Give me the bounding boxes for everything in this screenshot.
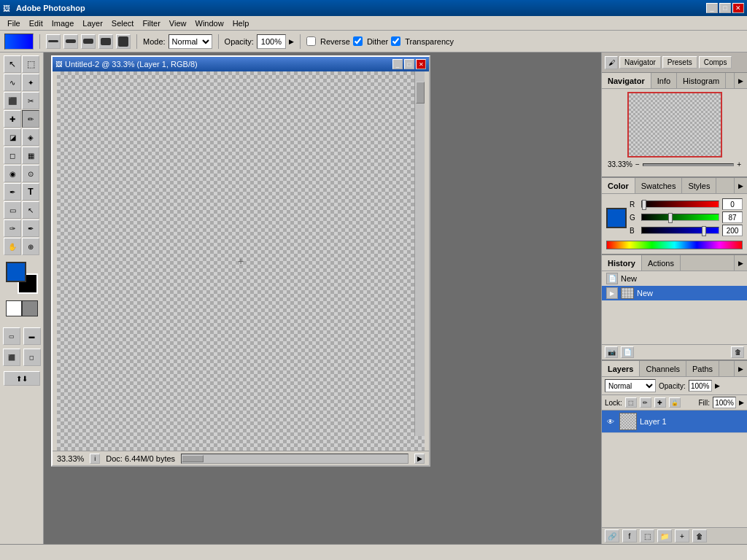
mode-select[interactable]: Normal Multiply Screen — [169, 34, 212, 49]
transparency-checkbox[interactable] — [391, 36, 400, 46]
extra-btn-2[interactable]: ◻ — [23, 349, 41, 366]
new-layer-btn[interactable]: + — [675, 529, 689, 542]
styles-tab[interactable]: Styles — [682, 178, 716, 193]
opacity-dropdown-arrow[interactable]: ▶ — [715, 382, 720, 389]
brush-tool[interactable]: ✏ — [22, 110, 39, 128]
lock-transparent-btn[interactable]: ⬚ — [625, 397, 637, 408]
actions-tab[interactable]: Actions — [642, 255, 681, 271]
r-value-input[interactable] — [722, 198, 743, 210]
brush-preset-5[interactable] — [116, 34, 131, 49]
layer-mask-btn[interactable]: ⬚ — [640, 529, 654, 542]
eyedropper-tool[interactable]: ✒ — [22, 219, 39, 237]
info-tab[interactable]: Info — [651, 73, 677, 88]
layer-item-1[interactable]: 👁 Layer 1 — [602, 411, 747, 433]
extra-btn-1[interactable]: ⬛ — [3, 349, 20, 366]
foreground-color-btn[interactable] — [606, 208, 627, 228]
create-snapshot-btn[interactable]: 📷 — [605, 346, 618, 358]
canvas-scrollbar-v[interactable] — [414, 71, 425, 436]
brush-preset-2[interactable] — [63, 34, 78, 49]
minimize-button[interactable]: _ — [706, 3, 718, 13]
vscroll-thumb[interactable] — [416, 82, 425, 104]
opacity-input[interactable] — [257, 34, 286, 49]
layer-visibility-btn[interactable]: 👁 — [605, 416, 616, 427]
link-layers-btn[interactable]: 🔗 — [605, 529, 619, 542]
layer-style-btn[interactable]: f — [622, 529, 637, 542]
reverse-checkbox[interactable] — [306, 36, 316, 46]
brushes-tab[interactable]: Navigator — [619, 56, 661, 69]
color-spectrum[interactable] — [606, 241, 743, 249]
menu-file[interactable]: File — [3, 18, 25, 29]
menu-image[interactable]: Image — [47, 18, 79, 29]
quick-mask-btn[interactable] — [22, 300, 38, 316]
magic-wand-tool[interactable]: ✦ — [22, 74, 39, 91]
gradient-tool[interactable]: ▦ — [22, 147, 39, 164]
lock-all-btn[interactable]: 🔒 — [669, 397, 681, 408]
menu-filter[interactable]: Filter — [138, 18, 164, 29]
menu-window[interactable]: Window — [191, 18, 228, 29]
history-item-1[interactable]: 📄 New — [602, 271, 747, 286]
path-select-tool[interactable]: ↖ — [22, 201, 39, 219]
navigator-tab[interactable]: Navigator — [602, 73, 651, 88]
color-tab[interactable]: Color — [602, 178, 635, 193]
menu-layer[interactable]: Layer — [78, 18, 107, 29]
zoom-slider[interactable] — [643, 163, 734, 166]
paths-tab[interactable]: Paths — [686, 361, 719, 376]
stamp-tool[interactable]: ◪ — [4, 128, 21, 146]
zoom-tool[interactable]: ⊕ — [22, 238, 39, 255]
create-doc-btn[interactable]: 📄 — [621, 346, 634, 358]
history-item-2[interactable]: ▶ New — [602, 286, 747, 300]
smudge-tool[interactable]: ⊙ — [22, 165, 39, 182]
menu-edit[interactable]: Edit — [25, 18, 47, 29]
move-tool[interactable]: ↖ — [4, 55, 21, 73]
history-tab[interactable]: History — [602, 255, 642, 271]
marquee-tool[interactable]: ⬚ — [22, 55, 39, 73]
layers-opacity-input[interactable] — [689, 380, 712, 392]
dither-checkbox[interactable] — [353, 36, 363, 46]
lasso-tool[interactable]: ∿ — [4, 74, 21, 91]
fill-dropdown-arrow[interactable]: ▶ — [739, 399, 744, 406]
r-slider[interactable] — [641, 201, 719, 208]
hscroll-right-btn[interactable]: ▶ — [414, 454, 425, 464]
standard-mode-btn[interactable] — [6, 300, 22, 316]
swatches-tab[interactable]: Swatches — [635, 178, 683, 193]
menu-select[interactable]: Select — [107, 18, 139, 29]
g-value-input[interactable] — [722, 211, 743, 223]
hand-tool[interactable]: ✋ — [4, 238, 21, 255]
layers-menu-btn[interactable]: ▶ — [734, 361, 747, 376]
jump-to-imagedy-btn[interactable]: ⬆⬇ — [4, 371, 40, 386]
maximize-button[interactable]: □ — [719, 3, 731, 13]
shape-tool[interactable]: ▭ — [4, 201, 21, 219]
delete-layer-btn[interactable]: 🗑 — [692, 529, 707, 542]
dodge-tool[interactable]: ◉ — [4, 165, 21, 182]
g-slider[interactable] — [641, 214, 719, 221]
heal-tool[interactable]: ✚ — [4, 110, 21, 128]
brush-preset-4[interactable] — [98, 34, 113, 49]
zoom-out-btn[interactable]: − — [635, 160, 640, 168]
doc-maximize-btn[interactable]: □ — [404, 59, 414, 69]
comps-tab[interactable]: Comps — [699, 56, 732, 69]
b-slider[interactable] — [641, 227, 719, 234]
foreground-color-swatch[interactable] — [6, 262, 26, 282]
canvas-content[interactable]: + — [57, 71, 425, 451]
menu-view[interactable]: View — [165, 18, 191, 29]
document-titlebar[interactable]: 🖼 Untitled-2 @ 33.3% (Layer 1, RGB/8) _ … — [53, 57, 429, 71]
close-button[interactable]: ✕ — [732, 3, 744, 13]
history-brush-tool[interactable]: ◈ — [22, 128, 39, 146]
navigator-menu-btn[interactable]: ▶ — [734, 73, 747, 88]
notes-tool[interactable]: ✑ — [4, 219, 21, 237]
doc-minimize-btn[interactable]: _ — [392, 59, 403, 69]
hscroll-thumb[interactable] — [182, 455, 204, 462]
presets-tab[interactable]: Presets — [662, 56, 697, 69]
type-tool[interactable]: T — [22, 183, 39, 201]
opacity-arrow[interactable]: ▶ — [289, 38, 294, 45]
pen-tool[interactable]: ✒ — [4, 183, 21, 201]
brush-preset-1[interactable] — [46, 34, 61, 49]
crop-tool[interactable]: ⬛ — [4, 92, 21, 109]
navigator-preview[interactable] — [627, 92, 722, 158]
b-value-input[interactable] — [722, 225, 743, 236]
brushes-icon-btn[interactable]: 🖌 — [605, 56, 618, 69]
zoom-in-btn[interactable]: + — [737, 160, 741, 168]
histogram-tab[interactable]: Histogram — [677, 73, 726, 88]
slice-tool[interactable]: ✂ — [22, 92, 39, 109]
delete-history-btn[interactable]: 🗑 — [731, 346, 744, 358]
